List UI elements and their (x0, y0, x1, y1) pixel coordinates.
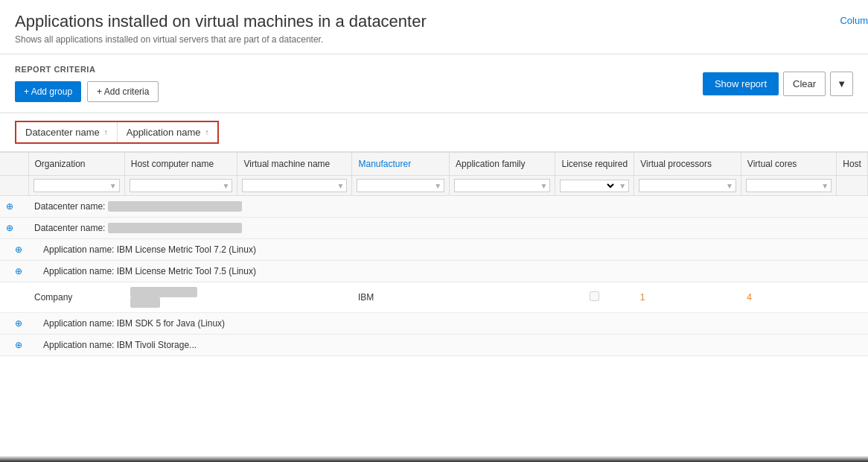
group-label-text: Datacenter name: (34, 201, 108, 212)
filter-vm-wrap: ▼ (242, 179, 347, 192)
column-link[interactable]: Colum (840, 15, 868, 26)
main-table: Organization Host computer name Virtual … (0, 153, 868, 356)
sort-item-application[interactable]: Application name ↑ (118, 122, 218, 142)
filter-appfamily-wrap: ▼ (454, 179, 550, 192)
filter-vproc-icon: ▼ (724, 180, 735, 192)
th-organization[interactable]: Organization (28, 153, 124, 176)
expand-cell[interactable]: ⊕ (0, 196, 28, 218)
sub-expand-cell-2[interactable]: ⊕ (0, 261, 28, 282)
data-host-value (130, 287, 197, 297)
criteria-buttons: + Add group + Add criteria (15, 81, 159, 102)
filter-vproc-input[interactable] (639, 180, 724, 192)
report-criteria-section: REPORT CRITERIA + Add group + Add criter… (0, 54, 868, 113)
filter-appfamily-input[interactable] (455, 180, 537, 192)
expand-icon[interactable]: ⊕ (6, 201, 13, 212)
table-row: Company IBM 1 4 (0, 282, 868, 313)
filter-org-wrap: ▼ (33, 179, 120, 192)
expand-cell-2[interactable]: ⊕ (0, 218, 28, 239)
sub-expand-icon-4[interactable]: ⊕ (15, 340, 22, 350)
sub-expand-icon-1[interactable]: ⊕ (15, 244, 22, 255)
filter-vcores-icon: ▼ (819, 180, 831, 192)
th-license-required[interactable]: License required (555, 153, 634, 176)
data-license-cell (555, 282, 634, 313)
filter-row: ▼ ▼ ▼ (0, 176, 868, 196)
subgroup1-label-cell: Application name: IBM License Metric Too… (28, 239, 868, 261)
table-row: ⊕ Application name: IBM License Metric T… (0, 261, 868, 282)
filter-expand-cell (0, 176, 28, 196)
table-row: ⊕ Application name: IBM Tivoli Storage..… (0, 335, 868, 356)
sub-expand-icon-3[interactable]: ⊕ (15, 318, 22, 329)
th-app-family[interactable]: Application family (450, 153, 555, 176)
th-host[interactable]: Host (837, 153, 868, 176)
add-group-button[interactable]: + Add group (15, 81, 81, 102)
th-manufacturer[interactable]: Manufacturer (352, 153, 450, 176)
th-virtual-processors[interactable]: Virtual processors (634, 153, 741, 176)
filter-manufacturer-icon: ▼ (432, 180, 444, 192)
table-row: ⊕ Application name: IBM SDK 5 for Java (… (0, 313, 868, 335)
table-header-row: Organization Host computer name Virtual … (0, 153, 868, 176)
group2-value-text (108, 223, 242, 233)
page-header: Applications installed on virtual machin… (0, 0, 868, 54)
add-criteria-button[interactable]: + Add criteria (87, 81, 159, 102)
group2-label-cell: Datacenter name: (28, 218, 868, 239)
th-host-computer[interactable]: Host computer name (124, 153, 237, 176)
more-button[interactable]: ▼ (830, 72, 853, 96)
filter-host-wrap: ▼ (130, 179, 233, 192)
data-manufacturer-cell: IBM (352, 282, 450, 313)
expand-icon-2[interactable]: ⊕ (6, 223, 13, 233)
filter-vproc-wrap: ▼ (639, 179, 736, 192)
data-vcores-cell: 4 (741, 282, 836, 313)
subgroup3-label-cell: Application name: IBM SDK 5 for Java (Li… (28, 313, 868, 335)
table-row: ⊕ Datacenter name: (0, 196, 868, 218)
filter-host-val-cell (837, 176, 868, 196)
license-checkbox[interactable] (590, 291, 599, 301)
sort-label-datacenter: Datacenter name (25, 127, 100, 138)
group-label-cell: Datacenter name: (28, 196, 868, 218)
subgroup4-label-cell: Application name: IBM Tivoli Storage... (28, 335, 868, 356)
th-virtual-cores[interactable]: Virtual cores (741, 153, 836, 176)
filter-license-cell: Yes No ▼ (555, 176, 634, 196)
criteria-title: REPORT CRITERIA (15, 65, 159, 74)
data-vproc-cell: 1 (634, 282, 741, 313)
filter-vm-input[interactable] (243, 180, 334, 192)
filter-manufacturer-input[interactable] (357, 180, 432, 192)
filter-vm-icon: ▼ (335, 180, 347, 192)
filter-license-select[interactable]: Yes No (561, 180, 616, 191)
filter-host-icon: ▼ (220, 180, 232, 192)
sort-box: Datacenter name ↑ Application name ↑ (15, 121, 219, 144)
show-report-button[interactable]: Show report (703, 72, 779, 95)
filter-host-input[interactable] (130, 180, 220, 192)
filter-org-input[interactable] (34, 180, 107, 192)
sub-expand-cell-3[interactable]: ⊕ (0, 313, 28, 335)
sort-header-section: Datacenter name ↑ Application name ↑ (0, 113, 868, 153)
sort-label-application: Application name (127, 127, 201, 138)
filter-appfamily-icon: ▼ (538, 180, 550, 192)
sort-item-datacenter[interactable]: Datacenter name ↑ (16, 122, 118, 142)
subgroup3-label-text: Application name: IBM SDK 5 for Java (Li… (43, 318, 225, 329)
data-host-cell (124, 282, 237, 313)
filter-host-cell: ▼ (124, 176, 237, 196)
filter-appfamily-cell: ▼ (450, 176, 555, 196)
th-vm-name[interactable]: Virtual machine name (237, 153, 352, 176)
group-value-text (108, 201, 242, 212)
filter-vcores-input[interactable] (747, 180, 820, 192)
data-expand-cell (0, 282, 28, 313)
filter-vcores-cell: ▼ (741, 176, 836, 196)
table-section: Organization Host computer name Virtual … (0, 153, 868, 456)
subgroup1-label-text: Application name: IBM License Metric Too… (43, 244, 256, 255)
subgroup2-label-text: Application name: IBM License Metric Too… (43, 266, 256, 276)
sub-expand-cell-1[interactable]: ⊕ (0, 239, 28, 261)
data-host-value2 (130, 297, 160, 308)
bottom-fade (0, 456, 868, 462)
sub-expand-icon-2[interactable]: ⊕ (15, 266, 22, 276)
th-expand (0, 153, 28, 176)
table-row: ⊕ Application name: IBM License Metric T… (0, 239, 868, 261)
data-host-val (837, 282, 868, 313)
sort-arrow-datacenter: ↑ (104, 128, 108, 136)
sub-expand-cell-4[interactable]: ⊕ (0, 335, 28, 356)
filter-vm-cell: ▼ (237, 176, 352, 196)
filter-org-cell: ▼ (28, 176, 124, 196)
clear-button[interactable]: Clear (783, 72, 826, 96)
filter-vcores-wrap: ▼ (746, 179, 832, 192)
data-appfamily-cell (450, 282, 555, 313)
